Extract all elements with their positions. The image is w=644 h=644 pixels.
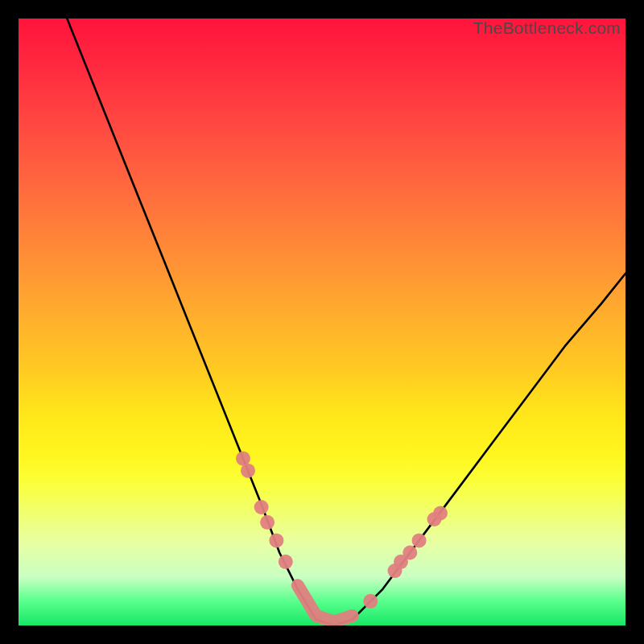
plot-area: TheBottleneck.com — [19, 19, 625, 625]
left-cluster-markers-pt-3 — [260, 515, 275, 530]
right-cluster-markers-pt-6 — [433, 506, 448, 521]
right-cluster-markers-pt-0 — [363, 594, 378, 609]
left-cluster-markers-pt-5 — [279, 555, 293, 569]
left-cluster-markers-pt-2 — [254, 500, 269, 514]
right-cluster-markers-pt-4 — [412, 533, 427, 547]
left-cluster-markers-pt-1 — [241, 464, 255, 478]
left-cluster-markers-pt-4 — [269, 533, 283, 547]
chart-frame: TheBottleneck.com — [0, 0, 644, 644]
right-cluster-markers-pt-3 — [402, 546, 417, 560]
valley-band — [298, 585, 353, 621]
chart-svg — [19, 19, 625, 625]
curve-bottleneck-curve — [67, 19, 625, 625]
